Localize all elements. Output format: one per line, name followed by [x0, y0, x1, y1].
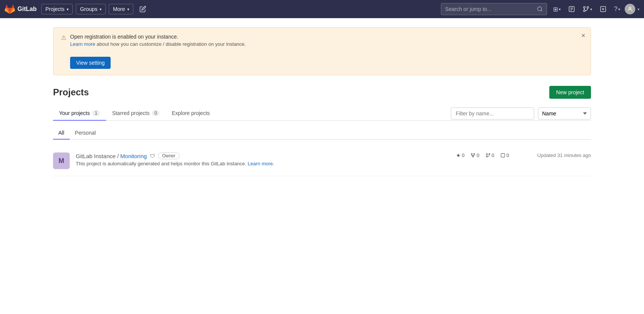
forks-count: 0 — [477, 152, 479, 158]
merge-requests-button[interactable]: ▾ — [580, 3, 595, 15]
mr-count: 0 — [492, 152, 494, 158]
svg-rect-14 — [501, 154, 505, 157]
alert-sub-text-after: about how you can customize / disable re… — [95, 41, 245, 47]
alert-text-block: Open registration is enabled on your ins… — [70, 34, 246, 69]
issues-button[interactable] — [597, 3, 610, 15]
gitlab-brand-link[interactable]: GitLab — [5, 4, 37, 14]
gitlab-logo-icon — [5, 4, 15, 14]
view-setting-button[interactable]: View setting — [70, 57, 111, 69]
project-stats: ★ 0 0 0 — [433, 152, 509, 158]
mr-chevron-icon: ▾ — [590, 7, 592, 11]
stars-count: 0 — [462, 152, 464, 158]
svg-point-10 — [474, 154, 475, 155]
create-chevron-icon: ▾ — [559, 7, 561, 11]
project-info: GitLab Instance / Monitoring 🛡 Owner Thi… — [76, 152, 427, 166]
project-list: M GitLab Instance / Monitoring 🛡 Owner T… — [53, 146, 591, 176]
forks-stat: 0 — [470, 152, 479, 158]
new-project-button[interactable]: New project — [549, 86, 591, 99]
brand-label: GitLab — [17, 6, 37, 12]
user-avatar[interactable] — [625, 4, 635, 14]
secondary-tabs: All Personal — [53, 127, 591, 140]
project-avatar: M — [53, 152, 70, 169]
project-name-link[interactable]: Monitoring — [120, 153, 147, 159]
issues-stat-icon — [500, 153, 505, 158]
svg-point-5 — [583, 10, 585, 12]
warning-icon: ⚠ — [61, 34, 66, 41]
learn-more-link[interactable]: Learn more — [70, 41, 95, 47]
page-title: Projects — [53, 87, 89, 98]
alert-close-button[interactable]: × — [581, 32, 585, 39]
navbar-right-actions: ⊞ ▾ ▾ ? ▾ — [550, 3, 639, 15]
shield-icon: 🛡 — [150, 153, 155, 159]
help-chevron-icon: ▾ — [618, 7, 620, 11]
project-learn-more-link[interactable]: Learn more. — [248, 161, 274, 166]
user-chevron-icon: ▾ — [638, 7, 639, 11]
stars-stat: ★ 0 — [456, 152, 464, 158]
project-updated-time: Updated 31 minutes ago — [515, 152, 591, 158]
projects-nav-button[interactable]: Projects ▾ — [41, 4, 73, 14]
svg-point-11 — [486, 154, 487, 155]
sort-select[interactable]: Name Last created Oldest created Last up… — [538, 107, 591, 120]
create-new-button[interactable]: ⊞ ▾ — [550, 3, 564, 15]
table-row: M GitLab Instance / Monitoring 🛡 Owner T… — [53, 146, 591, 176]
snippet-icon — [568, 6, 575, 12]
project-description: This project is automatically generated … — [76, 161, 427, 166]
groups-nav-button[interactable]: Groups ▾ — [76, 4, 106, 14]
avatar-icon — [627, 6, 633, 12]
search-input[interactable] — [445, 6, 537, 12]
page-header: Projects New project — [53, 86, 591, 99]
alert-title: Open registration is enabled on your ins… — [70, 34, 246, 40]
snippets-button[interactable] — [565, 3, 578, 15]
issues-stat: 0 — [500, 152, 509, 158]
mr-stat: 0 — [486, 152, 494, 158]
search-icon — [537, 6, 543, 12]
merge-request-icon — [583, 6, 589, 12]
main-content: ⚠ Open registration is enabled on your i… — [38, 18, 606, 185]
help-icon: ? — [614, 6, 617, 12]
star-icon: ★ — [456, 152, 461, 158]
project-name-row: GitLab Instance / Monitoring 🛡 Owner — [76, 152, 427, 159]
svg-point-4 — [587, 6, 589, 8]
svg-point-0 — [538, 7, 542, 11]
svg-line-1 — [541, 10, 542, 11]
groups-chevron-icon: ▾ — [100, 7, 102, 11]
svg-point-13 — [489, 154, 490, 155]
filter-row: Name Last created Oldest created Last up… — [451, 107, 591, 120]
svg-point-12 — [486, 156, 487, 157]
svg-point-7 — [629, 7, 631, 9]
secondary-tab-all[interactable]: All — [53, 127, 70, 140]
svg-point-8 — [472, 156, 474, 157]
search-box[interactable] — [441, 3, 547, 15]
user-menu[interactable]: ▾ — [625, 4, 639, 14]
projects-chevron-icon: ▾ — [67, 7, 69, 11]
alert-sub-text: Learn more about how you can customize /… — [70, 41, 246, 47]
pencil-nav-button[interactable] — [136, 3, 149, 15]
more-chevron-icon: ▾ — [127, 7, 129, 11]
project-path: GitLab Instance / Monitoring — [76, 153, 147, 159]
tab-starred-projects[interactable]: Starred projects 0 — [106, 106, 166, 121]
tab-explore-projects[interactable]: Explore projects — [166, 106, 216, 121]
secondary-tab-personal[interactable]: Personal — [70, 127, 101, 140]
owner-badge: Owner — [158, 152, 180, 159]
project-namespace: GitLab Instance / — [76, 153, 120, 159]
issues-icon — [600, 6, 606, 12]
alert-banner: ⚠ Open registration is enabled on your i… — [53, 27, 591, 75]
svg-point-9 — [471, 154, 472, 155]
issues-count: 0 — [506, 152, 509, 158]
more-nav-button[interactable]: More ▾ — [109, 4, 133, 14]
navbar: GitLab Projects ▾ Groups ▾ More ▾ ⊞ ▾ — [0, 0, 644, 18]
filter-by-name-input[interactable] — [451, 107, 534, 120]
svg-point-3 — [583, 6, 585, 8]
fork-icon — [470, 153, 475, 158]
pencil-icon — [139, 6, 146, 12]
help-button[interactable]: ? ▾ — [611, 3, 623, 15]
tab-your-projects[interactable]: Your projects 1 — [53, 106, 106, 121]
mr-stat-icon — [486, 153, 491, 158]
project-tabs: Your projects 1 Starred projects 0 Explo… — [53, 106, 216, 120]
